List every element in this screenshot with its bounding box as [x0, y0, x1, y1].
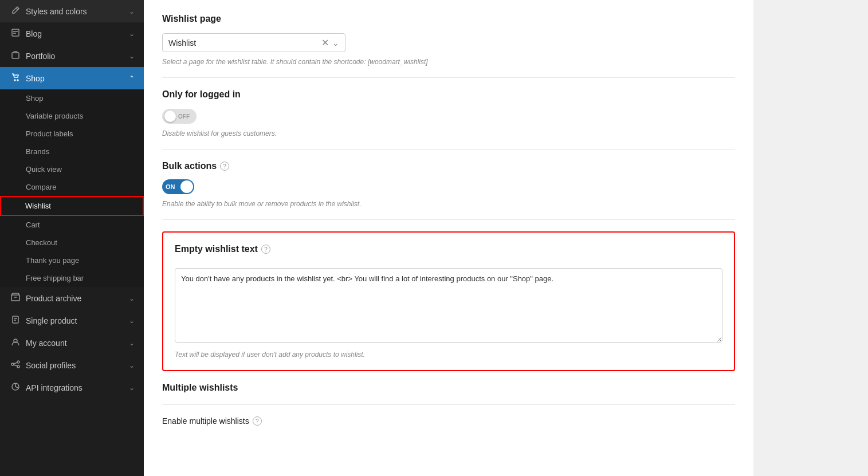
submenu-item-checkout[interactable]: Checkout	[0, 234, 144, 251]
shop-icon	[11, 73, 20, 84]
empty-wishlist-textarea[interactable]	[175, 268, 722, 343]
svg-point-12	[17, 361, 19, 363]
wishlist-page-select-value: Wishlist	[168, 38, 321, 48]
submenu-item-quick-view[interactable]: Quick view	[0, 160, 144, 178]
social-icon	[11, 360, 20, 371]
svg-point-5	[17, 80, 18, 81]
shop-submenu: Shop Variable products Product labels Br…	[0, 89, 144, 287]
empty-wishlist-hint: Text will be displayed if user don't add…	[175, 351, 722, 359]
svg-rect-6	[11, 295, 19, 301]
chevron-down-icon: ⌄	[129, 52, 135, 60]
svg-point-13	[11, 363, 14, 365]
enable-multiple-wishlists-header: Enable multiple wishlists ?	[162, 416, 735, 426]
sidebar-item-blog[interactable]: Blog ⌄	[0, 22, 144, 45]
empty-wishlist-header: Empty wishlist text ?	[175, 244, 722, 254]
svg-line-16	[14, 365, 17, 366]
submenu-item-product-labels[interactable]: Product labels	[0, 125, 144, 143]
svg-rect-8	[13, 316, 18, 323]
chevron-down-icon[interactable]: ⌄	[332, 38, 339, 48]
only-logged-in-title: Only for logged in	[162, 89, 735, 100]
single-icon	[11, 315, 20, 326]
chevron-down-icon: ⌄	[129, 339, 135, 347]
section-divider-4	[162, 404, 735, 405]
section-divider-3	[162, 219, 735, 220]
sidebar-item-label: Styles and colors	[26, 7, 87, 16]
sidebar-item-label: My account	[26, 339, 67, 348]
sidebar-item-portfolio[interactable]: Portfolio ⌄	[0, 45, 144, 67]
submenu-item-free-shipping-bar[interactable]: Free shipping bar	[0, 269, 144, 287]
blog-icon	[11, 28, 20, 39]
svg-point-14	[17, 365, 19, 368]
sidebar-item-label: Portfolio	[26, 52, 55, 61]
svg-rect-3	[12, 53, 19, 58]
wishlist-page-hint: Select a page for the wishlist table. It…	[162, 58, 735, 66]
sidebar-item-my-account[interactable]: My account ⌄	[0, 332, 144, 354]
right-panel	[753, 0, 868, 476]
chevron-down-icon: ⌄	[129, 317, 135, 325]
sidebar-item-product-archive[interactable]: Product archive ⌄	[0, 287, 144, 309]
toggle-knob	[180, 180, 193, 193]
sidebar-item-social-profiles[interactable]: Social profiles ⌄	[0, 354, 144, 376]
sidebar-item-styles-colors[interactable]: Styles and colors ⌄	[0, 0, 144, 22]
svg-line-15	[14, 363, 17, 364]
bulk-actions-title: Bulk actions	[162, 161, 217, 171]
toggle-on-label: ON	[166, 183, 175, 190]
chevron-down-icon: ⌄	[129, 294, 135, 302]
sidebar-item-label: Single product	[26, 316, 77, 325]
portfolio-icon	[11, 50, 20, 61]
sidebar-item-label: Product archive	[26, 294, 81, 303]
clear-icon[interactable]: ✕	[321, 37, 329, 48]
enable-multiple-wishlists-label: Enable multiple wishlists	[162, 416, 249, 426]
sidebar: Styles and colors ⌄ Blog ⌄	[0, 0, 144, 476]
brush-icon	[11, 6, 20, 17]
archive-icon	[11, 293, 20, 304]
chevron-down-icon: ⌄	[129, 361, 135, 369]
section-divider-2	[162, 149, 735, 150]
only-logged-in-toggle[interactable]: OFF	[162, 109, 197, 124]
main-content: Wishlist page Wishlist ✕ ⌄ Select a page…	[144, 0, 753, 476]
submenu-item-thank-you-page[interactable]: Thank you page	[0, 251, 144, 269]
bulk-actions-hint: Enable the ability to bulk move or remov…	[162, 200, 735, 208]
toggle-off-label: OFF	[178, 113, 190, 120]
submenu-item-cart[interactable]: Cart	[0, 216, 144, 234]
bulk-actions-help-icon[interactable]: ?	[220, 162, 229, 171]
sidebar-item-label: Blog	[26, 29, 42, 38]
enable-multiple-wishlists-help-icon[interactable]: ?	[253, 416, 262, 426]
sidebar-item-label: API integrations	[26, 383, 83, 392]
account-icon	[11, 337, 20, 348]
bulk-actions-header: Bulk actions ?	[162, 161, 735, 171]
submenu-item-variable-products[interactable]: Variable products	[0, 107, 144, 125]
sidebar-item-api-integrations[interactable]: API integrations ⌄	[0, 376, 144, 399]
multiple-wishlists-title: Multiple wishlists	[162, 383, 735, 393]
sidebar-item-shop[interactable]: Shop ⌃	[0, 67, 144, 89]
api-icon	[11, 382, 20, 393]
sidebar-item-label: Shop	[26, 74, 45, 83]
sidebar-item-label: Social profiles	[26, 361, 76, 370]
bulk-actions-toggle-row: ON	[162, 179, 735, 194]
svg-rect-0	[12, 29, 19, 36]
submenu-item-shop[interactable]: Shop	[0, 89, 144, 107]
chevron-down-icon: ⌄	[129, 7, 135, 15]
sidebar-item-single-product[interactable]: Single product ⌄	[0, 309, 144, 332]
only-logged-in-hint: Disable wishlist for guests customers.	[162, 129, 735, 137]
empty-wishlist-help-icon[interactable]: ?	[261, 245, 270, 254]
submenu-item-brands[interactable]: Brands	[0, 143, 144, 160]
empty-wishlist-section: Empty wishlist text ? Text will be displ…	[162, 231, 735, 371]
submenu-item-wishlist[interactable]: Wishlist	[0, 196, 144, 216]
empty-wishlist-title: Empty wishlist text	[175, 244, 258, 254]
chevron-down-icon: ⌄	[129, 384, 135, 392]
section-divider	[162, 77, 735, 78]
svg-point-4	[14, 80, 15, 81]
bulk-actions-toggle[interactable]: ON	[162, 179, 194, 194]
only-logged-in-toggle-row: OFF	[162, 109, 735, 124]
chevron-up-icon: ⌃	[129, 74, 135, 82]
chevron-down-icon: ⌄	[129, 30, 135, 38]
wishlist-page-section-title: Wishlist page	[162, 14, 735, 24]
wishlist-page-select[interactable]: Wishlist ✕ ⌄	[162, 33, 345, 52]
submenu-item-compare[interactable]: Compare	[0, 178, 144, 196]
toggle-knob	[164, 111, 176, 122]
